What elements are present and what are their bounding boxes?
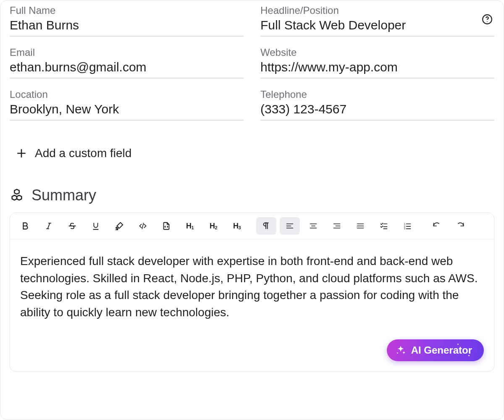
code-block-button[interactable]	[156, 217, 176, 235]
full-name-input[interactable]	[10, 17, 244, 37]
summary-title: Summary	[32, 186, 96, 204]
align-center-button[interactable]	[303, 217, 323, 235]
align-left-button[interactable]	[280, 217, 300, 235]
align-justify-button[interactable]	[350, 217, 370, 235]
add-custom-field-button[interactable]: Add a custom field	[16, 147, 131, 160]
svg-point-1	[487, 21, 488, 22]
telephone-label: Telephone	[260, 89, 494, 100]
headline-input[interactable]	[260, 17, 494, 37]
redo-button[interactable]	[450, 217, 470, 235]
telephone-input[interactable]	[260, 101, 494, 121]
full-name-label: Full Name	[10, 5, 244, 16]
checklist-button[interactable]	[374, 217, 394, 235]
sparkle-icon	[395, 345, 406, 356]
personal-fields-grid: Full Name Headline/Position Email Websit…	[10, 0, 494, 121]
resume-form-card: Full Name Headline/Position Email Websit…	[0, 0, 504, 372]
summary-editor: H1 H2 H3 123	[10, 213, 494, 372]
strikethrough-button[interactable]	[62, 217, 82, 235]
svg-text:3: 3	[404, 227, 405, 230]
email-field: Email	[10, 47, 244, 79]
bold-button[interactable]	[15, 217, 35, 235]
svg-line-6	[48, 223, 50, 228]
heading1-button[interactable]: H1	[180, 217, 200, 235]
code-button[interactable]	[133, 217, 153, 235]
undo-button[interactable]	[427, 217, 447, 235]
paragraph-button[interactable]	[256, 217, 276, 235]
full-name-field: Full Name	[10, 5, 244, 37]
summary-icon	[10, 188, 24, 202]
telephone-field: Telephone	[260, 89, 494, 121]
underline-button[interactable]	[86, 217, 106, 235]
email-input[interactable]	[10, 59, 244, 79]
headline-field: Headline/Position	[260, 5, 494, 37]
location-label: Location	[10, 89, 244, 100]
ordered-list-button[interactable]: 123	[397, 217, 417, 235]
website-input[interactable]	[260, 59, 494, 79]
italic-button[interactable]	[39, 217, 59, 235]
ai-generator-label: AI Generator	[411, 344, 472, 356]
email-label: Email	[10, 47, 244, 58]
heading3-button[interactable]: H3	[227, 217, 247, 235]
svg-point-35	[397, 353, 398, 354]
align-right-button[interactable]	[327, 217, 347, 235]
headline-label: Headline/Position	[260, 5, 494, 16]
website-label: Website	[260, 47, 494, 58]
summary-header: Summary	[10, 186, 494, 204]
website-field: Website	[260, 47, 494, 79]
location-field: Location	[10, 89, 244, 121]
help-icon[interactable]	[481, 13, 494, 26]
plus-icon	[16, 147, 27, 159]
highlight-button[interactable]	[109, 217, 129, 235]
heading2-button[interactable]: H2	[203, 217, 223, 235]
ai-generator-button[interactable]: AI Generator	[387, 339, 484, 361]
add-custom-field-label: Add a custom field	[35, 147, 131, 160]
svg-line-10	[142, 223, 143, 228]
editor-toolbar: H1 H2 H3 123	[10, 213, 494, 239]
location-input[interactable]	[10, 101, 244, 121]
